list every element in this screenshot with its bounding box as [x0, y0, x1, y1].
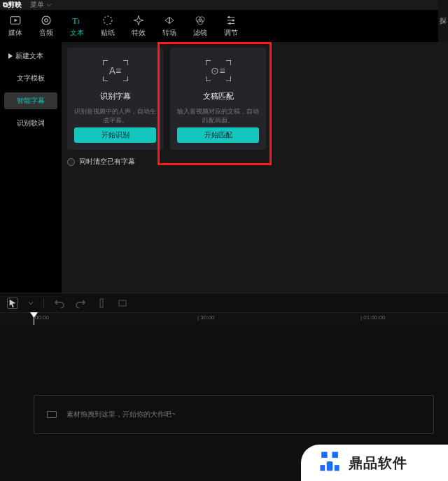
svg-point-9 [228, 16, 230, 18]
start-match-button[interactable]: 开始匹配 [177, 127, 259, 143]
tab-text[interactable]: TI 文本 [62, 11, 92, 41]
play-box-icon [9, 14, 22, 27]
tab-transition[interactable]: 转场 [154, 11, 185, 41]
sidebar-item-text-template[interactable]: 文字模板 [4, 70, 57, 87]
audio-icon [40, 14, 52, 27]
timeline-toolbar [0, 293, 448, 312]
start-recognize-button[interactable]: 开始识别 [74, 127, 156, 143]
undo-button[interactable] [54, 298, 65, 309]
title-bar: ⧉剪映 菜单 [0, 0, 448, 10]
sparkle-icon [132, 14, 145, 27]
recognize-card-icon: A≡ [103, 60, 128, 81]
filter-icon [194, 14, 206, 27]
svg-rect-12 [100, 299, 103, 307]
svg-rect-15 [332, 452, 338, 458]
chevron-down-icon [46, 2, 52, 8]
watermark-text: 鼎品软件 [349, 454, 407, 473]
watermark-logo-icon [318, 449, 342, 476]
tab-sticker[interactable]: 贴纸 [92, 11, 123, 41]
sliders-icon [225, 14, 237, 27]
cursor-icon [8, 298, 18, 308]
svg-point-5 [104, 16, 112, 25]
tab-media[interactable]: 媒体 [0, 11, 31, 41]
checkbox-label: 同时清空已有字幕 [79, 157, 135, 167]
ruler-tick: | 30:00 [197, 314, 214, 321]
pointer-tool[interactable] [7, 298, 18, 309]
tab-audio[interactable]: 音频 [31, 11, 62, 41]
rect-icon [117, 298, 128, 309]
svg-point-2 [45, 19, 48, 22]
match-card-icon: ⊙≡ [206, 60, 231, 81]
svg-point-11 [229, 22, 231, 25]
clip-slot-icon [47, 411, 57, 418]
main-area: 新建文本 文字模板 智能字幕 识别歌词 A≡ 识别字幕 识别音视频中的人声，自动… [0, 42, 448, 293]
card-title: 识别字幕 [100, 91, 131, 102]
redo-button[interactable] [75, 298, 86, 309]
hint-text: 素材拖拽到这里，开始你的大作吧~ [66, 410, 176, 419]
chevron-down-icon[interactable] [28, 300, 34, 306]
svg-point-10 [232, 20, 234, 22]
sidebar-item-recognize-lyrics[interactable]: 识别歌词 [4, 115, 57, 132]
svg-point-1 [42, 16, 50, 25]
menu-dropdown[interactable]: 菜单 [30, 0, 52, 10]
ruler-tick: 00:00 [35, 314, 49, 321]
delete-button[interactable] [117, 298, 128, 309]
tab-filter[interactable]: 滤镜 [185, 11, 216, 41]
menu-label: 菜单 [30, 0, 44, 10]
ruler-tick: | 01:00:00 [360, 314, 385, 321]
split-icon [96, 298, 107, 309]
svg-rect-18 [335, 465, 340, 471]
triangle-right-icon [8, 53, 13, 59]
undo-icon [54, 298, 65, 309]
content-panel: A≡ 识别字幕 识别音视频中的人声，自动生成字幕。 开始识别 ⊙≡ 文稿匹配 输… [62, 42, 448, 293]
tab-strip: 媒体 音频 TI 文本 贴纸 特效 转场 滤镜 调节 探 [0, 10, 448, 42]
svg-rect-14 [321, 452, 328, 458]
redo-icon [75, 298, 86, 309]
tab-effects[interactable]: 特效 [123, 11, 154, 41]
empty-track-hint: 素材拖拽到这里，开始你的大作吧~ [34, 395, 434, 434]
watermark-badge: 鼎品软件 [301, 445, 448, 481]
card-script-match: ⊙≡ 文稿匹配 输入音视频对应的文稿，自动匹配画面。 开始匹配 [170, 48, 266, 150]
svg-rect-16 [327, 461, 333, 471]
card-recognize-subtitle: A≡ 识别字幕 识别音视频中的人声，自动生成字幕。 开始识别 [67, 48, 163, 150]
svg-rect-17 [320, 465, 325, 471]
right-edge-tab[interactable]: 探 [438, 0, 448, 42]
text-icon: TI [71, 14, 83, 27]
svg-rect-13 [119, 300, 126, 306]
timeline-ruler[interactable]: 00:00 | 30:00 | 01:00:00 [0, 312, 448, 325]
app-logo: ⧉剪映 [3, 0, 22, 10]
card-description: 识别音视频中的人声，自动生成字幕。 [74, 107, 156, 127]
sticker-icon [102, 14, 114, 27]
sidebar-item-new-text[interactable]: 新建文本 [4, 48, 57, 64]
card-title: 文稿匹配 [203, 91, 234, 102]
card-description: 输入音视频对应的文稿，自动匹配画面。 [177, 107, 259, 127]
sidebar: 新建文本 文字模板 智能字幕 识别歌词 [0, 42, 62, 293]
sidebar-item-smart-subtitle[interactable]: 智能字幕 [4, 92, 57, 109]
transition-icon [163, 14, 176, 27]
playhead[interactable] [34, 313, 34, 325]
tab-adjust[interactable]: 调节 [216, 11, 246, 41]
clear-existing-subtitle-checkbox[interactable]: 同时清空已有字幕 [67, 157, 442, 167]
split-button[interactable] [96, 298, 107, 309]
svg-text:I: I [78, 19, 80, 25]
radio-icon [67, 158, 75, 166]
